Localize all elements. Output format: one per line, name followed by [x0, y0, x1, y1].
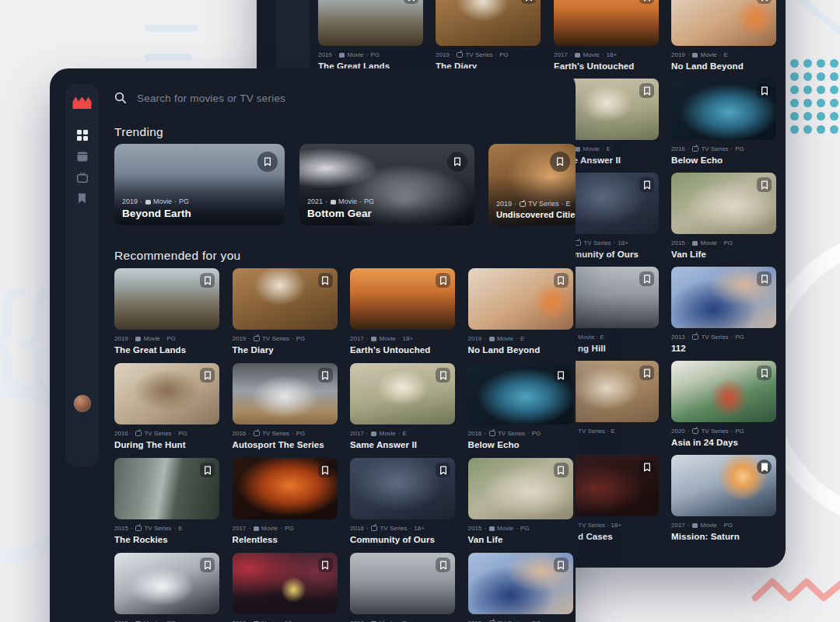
movie-card[interactable]: 2017·Movie·PGMission: Saturn	[671, 455, 776, 541]
movie-card[interactable]: 2017·Movie·PGRelentless	[233, 458, 338, 553]
bookmark-icon[interactable]	[318, 557, 333, 572]
movie-card[interactable]: 2019·TV Series·PGThe Diary	[233, 268, 338, 363]
bookmark-icon[interactable]	[447, 152, 467, 172]
card-meta: 2016·TV Series·PG	[468, 430, 573, 437]
movie-card[interactable]: 2020·TV Series·PGAsia in 24 Days	[671, 361, 776, 447]
bookmark-icon[interactable]	[757, 460, 772, 474]
movie-card[interactable]: 2013·TV Series·PG112	[671, 267, 776, 353]
bookmark-icon[interactable]	[200, 273, 215, 288]
card-meta: 2019·Movie·E	[468, 335, 573, 342]
card-meta: 2017·Movie·E	[350, 430, 455, 437]
movie-card[interactable]: 2017·Movie·18+Earth's Untouched	[554, 0, 659, 71]
movie-type-icon	[489, 337, 495, 341]
bookmark-icon[interactable]	[757, 83, 772, 98]
bookmark-icon[interactable]	[436, 273, 450, 288]
sidebar-item-movies[interactable]	[77, 151, 88, 162]
bookmark-icon[interactable]	[436, 463, 450, 477]
bookmark-icon[interactable]	[200, 463, 215, 477]
card-title: The Great Lands	[114, 345, 219, 355]
tv-type-icon	[371, 526, 377, 531]
movie-type-icon	[489, 526, 495, 531]
sidebar-item-dashboard[interactable]	[77, 130, 88, 141]
sidebar-item-tv[interactable]	[77, 172, 88, 183]
tv-type-icon	[692, 428, 698, 434]
movie-card[interactable]: 2015·Movie·PG	[114, 553, 219, 622]
bookmark-icon[interactable]	[550, 152, 570, 172]
movie-card[interactable]: 2019·Movie·ENo Land Beyond	[468, 268, 573, 363]
card-meta: 2015·TV Series·E	[114, 525, 219, 532]
bookmark-icon[interactable]	[639, 177, 654, 192]
bookmark-icon[interactable]	[436, 557, 450, 572]
card-title: Below Echo	[468, 440, 573, 449]
movie-card[interactable]: 2019·Movie·PGThe Great Lands	[114, 268, 219, 363]
decor-bar	[145, 54, 192, 61]
bookmark-icon[interactable]	[554, 557, 569, 572]
card-meta: 2021·Movie·PG	[307, 197, 471, 205]
bookmark-icon[interactable]	[757, 271, 772, 286]
card-meta: 2013·TV Series·PG	[671, 334, 776, 341]
card-title: d Cases	[578, 532, 659, 541]
movie-card[interactable]: 2016·TV Series·PGAutosport The Series	[233, 363, 338, 458]
movie-card[interactable]: 2019·Movie·PGThe Great Lands	[318, 0, 423, 71]
app-logo[interactable]	[72, 95, 93, 110]
movie-type-icon	[254, 526, 259, 531]
diary-thumbnail	[436, 0, 541, 46]
movie-card[interactable]: 2019·Movie·PGBeyond Earth	[114, 144, 285, 225]
bookmark-icon[interactable]	[639, 271, 654, 286]
bookmark-icon[interactable]	[757, 177, 772, 192]
earths-untouched-thumbnail	[554, 0, 659, 46]
card-title: The Rockies	[114, 535, 219, 544]
bookmark-icon[interactable]	[639, 460, 654, 474]
card-title: No Land Beyond	[468, 345, 573, 355]
main-content: Search for movies or TV series Trending …	[114, 68, 576, 622]
card-title: Beyond Earth	[122, 208, 282, 219]
tv-type-icon	[520, 201, 526, 207]
bookmark-icon[interactable]	[200, 557, 215, 572]
movie-card[interactable]: 2019·Movie·ENo Land Beyond	[671, 0, 776, 71]
movie-card[interactable]: 2021·Movie·PGBottom Gear	[299, 144, 474, 225]
card-meta: 2019·Movie·E	[671, 51, 776, 58]
sidebar-item-bookmarks[interactable]	[77, 193, 88, 204]
bookmark-icon[interactable]	[318, 368, 333, 383]
app-window: Search for movies or TV series Trending …	[50, 68, 576, 622]
movie-type-icon	[692, 241, 698, 246]
card-meta: Movie · E	[578, 334, 659, 341]
bookmark-icon[interactable]	[554, 368, 569, 383]
recommended-grid: 2019·Movie·PGThe Great Lands2019·TV Seri…	[114, 268, 573, 622]
bookmark-icon[interactable]	[436, 368, 450, 383]
bookmark-icon[interactable]	[554, 273, 569, 288]
tv-type-icon	[489, 431, 495, 436]
movie-card[interactable]: 2016·TV Series·PGBelow Echo	[671, 79, 776, 165]
movie-type-icon	[692, 523, 698, 528]
movie-card[interactable]: 2019·Movie·18+	[233, 553, 338, 622]
movie-card[interactable]: 2015·Movie·PGVan Life	[468, 458, 573, 553]
bookmark-icon[interactable]	[639, 83, 654, 98]
bookmark-icon[interactable]	[318, 463, 333, 477]
movie-card[interactable]: 2017·Movie·18+Earth's Untouched	[350, 268, 455, 363]
movie-card[interactable]: 2016·TV Series·PGDuring The Hunt	[114, 363, 219, 458]
decor-dot	[803, 86, 812, 94]
decor-stroke	[819, 13, 840, 37]
movie-card[interactable]: 2016·TV Series·PGBelow Echo	[468, 363, 573, 458]
movie-card[interactable]: 2017·Movie·ESame Answer II	[350, 363, 455, 458]
bookmark-icon[interactable]	[257, 152, 278, 172]
bookmark-icon[interactable]	[554, 463, 569, 477]
decor-dot	[817, 125, 825, 134]
card-title: Autosport The Series	[233, 440, 338, 449]
search-bar[interactable]: Search for movies or TV series	[114, 92, 285, 104]
bookmark-icon[interactable]	[318, 273, 333, 288]
movie-card[interactable]: 2018·TV Series·18+Community of Ours	[350, 458, 455, 553]
movie-card[interactable]: 2019·TV Series·EUndiscovered Cities	[488, 144, 576, 225]
movie-card[interactable]: 2013·TV Series·PG	[468, 553, 573, 622]
movie-card[interactable]: 2017·Movie·E	[350, 553, 455, 622]
avatar[interactable]	[74, 395, 91, 412]
decor-zigzag	[751, 577, 840, 603]
bookmark-icon[interactable]	[757, 365, 772, 380]
movie-card[interactable]: 2015·Movie·PGVan Life	[671, 173, 776, 259]
card-title: Mission: Saturn	[671, 532, 776, 541]
movie-card[interactable]: 2019·TV Series·PGThe Diary	[436, 0, 541, 71]
card-meta: 2018·TV Series·18+	[350, 525, 455, 532]
movie-card[interactable]: 2015·TV Series·EThe Rockies	[114, 458, 219, 553]
bookmark-icon[interactable]	[639, 365, 654, 380]
bookmark-icon[interactable]	[200, 368, 215, 383]
